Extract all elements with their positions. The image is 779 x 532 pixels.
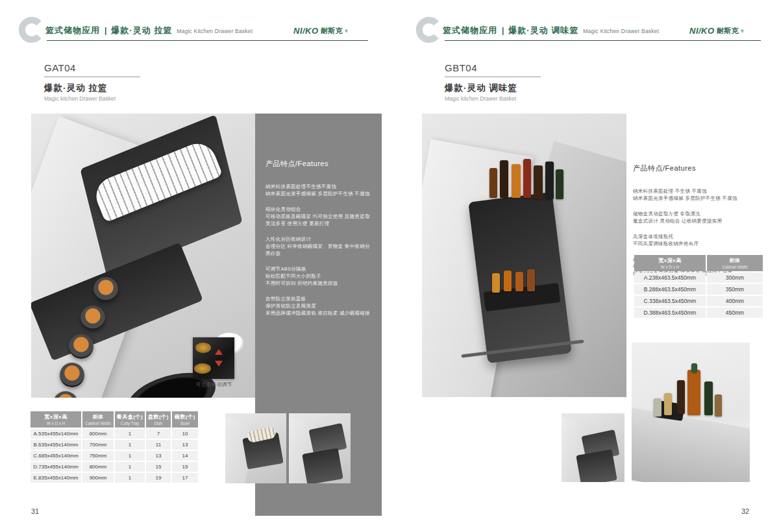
col-header-en: Cabinet Width [84, 421, 112, 426]
bottle-shape [512, 164, 521, 198]
cell-dish-count: 7 [146, 429, 171, 439]
feature-line: 轻松匹配不同大小的瓶子 [266, 272, 371, 280]
cell-dish-count: 15 [146, 462, 171, 472]
cell-bowl-count: 14 [172, 451, 198, 461]
features-heading: 产品特点/Features [633, 163, 766, 173]
model-underline [445, 77, 541, 77]
move-up-arrow-icon [215, 349, 223, 355]
feature-line: 纳米科技表面处理 不生锈 不腐蚀 [633, 187, 766, 195]
col-dimensions: 宽x深x高 W x D x H [31, 411, 81, 428]
feature-line: 采用品牌缓冲隐藏滑轨 推拉轻柔 减少碗碟碰撞 [266, 309, 371, 317]
bowl-detail-shape [194, 363, 211, 374]
product-name-cn: 爆款·灵动 调味篮 [445, 82, 587, 94]
feature-group: 高深盒体低矮瓶托 不同高度调味瓶收纳井然有序 [633, 233, 766, 247]
header-subtitle: Magic Kitchen Drawer Basket [583, 28, 659, 34]
feature-group: 纳米科技表面处理 不生锈 不腐蚀 纳米表面光滑手感细腻 多层防护不生锈 不腐蚀 [633, 187, 766, 202]
feature-line: 保护滑轨防尘及顺滑度 [266, 302, 371, 309]
feature-group: 人性化分区收纳设计 合理分区 科学收纳碗碟架、置物盒 集中收纳分类存放 [266, 236, 371, 257]
table-row: B.288x463.5x450mm 350mm [634, 284, 763, 295]
bottle-shape [677, 380, 685, 414]
nisko-logo-cn: 耐斯克 [717, 26, 739, 36]
cell-cutlery-tray: 1 [115, 440, 145, 450]
cell-cabinet-width: 350mm [707, 284, 763, 295]
feature-line: 纳米科技表面处理不生锈不腐蚀 [266, 183, 371, 190]
left-header-text: 篮式储物应用 | 爆款·灵动 拉篮 Magic Kitchen Drawer B… [45, 25, 253, 36]
nisko-logo-en: NI/KO [689, 26, 715, 36]
cell-dimensions: D.735x455x140mm [31, 462, 81, 472]
right-header-text: 篮式储物应用 | 爆款·灵动 调味篮 Magic Kitchen Drawer … [443, 25, 659, 36]
countertop-shape [632, 406, 750, 482]
feature-line: 人性化分区收纳设计 [266, 236, 371, 243]
spice-jar-shape [654, 398, 662, 417]
bottle-shape [534, 165, 543, 199]
cell-bowl-count: 15 [172, 462, 198, 472]
cell-dimensions: C.338x463.5x450mm [634, 296, 706, 306]
col-header-en: W x D x H [636, 265, 704, 269]
left-product-title: GAT04 爆款·灵动 拉篮 Magic kitchen Drawer Bask… [44, 62, 187, 102]
table-row: A.238x463.5x450mm 300mm [634, 272, 763, 283]
bottle-cap-shape [691, 363, 697, 372]
bottle-shape [527, 269, 535, 291]
table-header-row: 宽x深x高 W x D x H 柜体 Cabinet Width 餐具盒(个) … [31, 411, 198, 428]
bottle-shape [489, 168, 497, 198]
col-header-en: Bowl [173, 421, 197, 426]
feature-line: 自带防尘滑轨盖板 [266, 295, 371, 302]
model-code: GAT04 [44, 62, 187, 73]
spice-basket-shape [576, 450, 617, 482]
col-header-cn: 盘数(个) [147, 413, 169, 420]
right-product-title: GBT04 爆款·灵动 调味篮 Magic kitchen Drawer Bas… [445, 62, 587, 102]
bottle-shape [515, 272, 523, 291]
bottle-shape [523, 159, 531, 198]
cell-dimensions: C.685x455x140mm [31, 451, 81, 461]
cell-cabinet-width: 800mm [82, 462, 114, 472]
header-category: 篮式储物应用 [443, 25, 497, 36]
header-title: 爆款·灵动 调味篮 [508, 25, 578, 36]
header-title: 爆款·灵动 拉篮 [111, 25, 172, 36]
cell-dimensions: B.635x455x140mm [31, 440, 81, 450]
header-subtitle: Magic Kitchen Drawer Basket [177, 28, 253, 34]
cell-cabinet-width: 900mm [82, 473, 114, 483]
move-down-arrow-icon [215, 361, 223, 367]
cell-dish-count: 19 [146, 473, 171, 483]
nisko-logo-reg: ® [345, 29, 347, 33]
feature-group: 自带防尘滑轨盖板 保护滑轨防尘及顺滑度 采用品牌缓冲隐藏滑轨 推拉轻柔 减少碗碟… [266, 295, 371, 317]
feature-line: 合理分区 科学收纳碗碟架、置物盒 集中收纳分类存放 [266, 243, 371, 257]
feature-group: 模块化灵动组合 可移动底板及碗碟架 均可独立使用 且随意提取 灵活多变 使用方便… [266, 206, 371, 227]
feature-line: 不用时可拆卸 拒绝约束随意摆放 [266, 280, 371, 287]
nisko-logo: NI/KO 耐斯克 ® [293, 26, 348, 36]
table-row: C.685x455x140mm 750mm 1 13 14 [31, 451, 198, 461]
cell-bowl-count: 10 [172, 429, 198, 439]
right-header-rule [445, 40, 761, 41]
col-dimensions: 宽x深x高 W x D x H [634, 255, 706, 271]
inset-caption: 可左右移动调节 [187, 381, 241, 388]
col-header-cn: 宽x深x高 [32, 413, 80, 420]
feature-line: 纳米表面光滑手感细腻 多层防护不生锈 不腐蚀 [266, 190, 371, 197]
table-row: D.388x463.5x450mm 450mm [634, 308, 763, 318]
cell-dimensions: E.835x455x140mm [31, 473, 81, 483]
feature-line: 纳米表面光滑手感细腻 多层防护不生锈 不腐蚀 [633, 195, 766, 202]
feature-line: 可调节ABS分隔板 [266, 265, 371, 272]
cell-cabinet-width: 300mm [707, 272, 763, 283]
table-row: E.835x455x140mm 900mm 1 19 17 [31, 473, 198, 483]
col-cabinet-width: 柜体 Cabinet Width [82, 411, 114, 428]
oil-bottle-shape [687, 370, 700, 415]
right-small-photo [562, 413, 624, 482]
feature-group: 可调节ABS分隔板 轻松匹配不同大小的瓶子 不用时可拆卸 拒绝约束随意摆放 [266, 265, 371, 287]
col-header-en: Cabinet Width [708, 265, 761, 269]
table-header-row: 宽x深x高 W x D x H 柜体 Cabinet Width [634, 255, 763, 271]
nisko-logo-reg: ® [741, 29, 743, 33]
product-name-en: Magic kitchen Drawer Basket [445, 95, 587, 102]
left-small-photo-1 [225, 413, 286, 483]
col-header-en: W x D x H [32, 421, 80, 426]
cell-cutlery-tray: 1 [115, 473, 145, 483]
spice-jar-shape [715, 394, 722, 417]
cell-bowl-count: 13 [172, 440, 198, 450]
bottle-shape [556, 169, 563, 199]
table-row: A.535x455x140mm 600mm 1 7 10 [31, 429, 198, 439]
feature-line: 不同高度调味瓶收纳井然有序 [633, 240, 766, 247]
product-name-cn: 爆款·灵动 拉篮 [44, 82, 187, 94]
catalog-spread: 篮式储物应用 | 爆款·灵动 拉篮 Magic Kitchen Drawer B… [0, 0, 779, 532]
cell-cutlery-tray: 1 [115, 429, 145, 439]
features-heading: 产品特点/Features [266, 159, 371, 169]
cell-cutlery-tray: 1 [115, 451, 145, 461]
